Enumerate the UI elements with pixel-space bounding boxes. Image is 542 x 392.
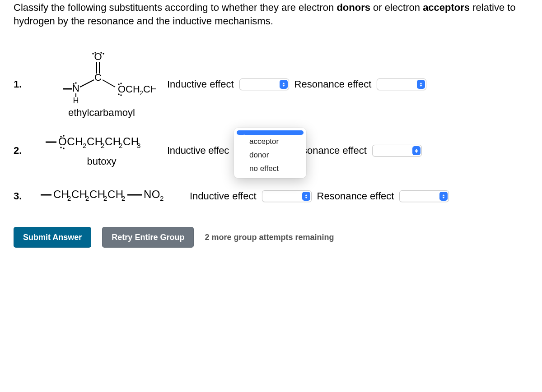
svg-point-1 [92,53,93,55]
svg-point-28 [60,147,61,148]
stepper-icon [302,192,310,201]
svg-text:2: 2 [83,142,87,149]
svg-text:H: H [73,96,79,104]
svg-text:2: 2 [101,142,105,149]
svg-text:3: 3 [137,142,141,149]
dropdown-option-no-effect[interactable]: no effect [237,162,304,175]
svg-point-22 [118,94,119,95]
dropdown-menu[interactable]: acceptor donor no effect [234,128,306,178]
stepper-icon [439,192,448,201]
svg-point-27 [63,135,64,137]
item-number: 2. [14,145,36,157]
svg-text:OCH: OCH [58,135,83,148]
submit-button[interactable]: Submit Answer [14,227,91,248]
svg-point-4 [103,53,104,55]
dropdown-option-donor[interactable]: donor [237,148,304,162]
item-number: 1. [14,78,36,90]
substituent-row-3: 3. CH 2 CH 2 CH 2 CH 2 NO 2 [14,183,528,210]
dropdown-option-blank[interactable] [237,130,304,135]
substituent-name: butoxy [36,156,167,167]
svg-point-12 [75,83,76,84]
svg-point-21 [120,83,121,84]
svg-point-26 [60,136,61,138]
svg-point-20 [118,84,119,85]
resonance-select-3[interactable] [399,190,449,202]
inductive-select-3[interactable] [262,190,312,202]
structure-nitrobutyl: CH 2 CH 2 CH 2 CH 2 NO 2 [36,187,190,205]
svg-text:NO: NO [144,188,160,200]
svg-text:2: 2 [160,194,164,202]
structure-butoxy: OCH 2 CH 2 CH 2 CH 3 [36,134,167,153]
inductive-label: Inductive effect [190,190,257,202]
svg-text:2: 2 [103,194,107,202]
svg-line-8 [80,80,94,87]
retry-button[interactable]: Retry Entire Group [102,227,194,248]
svg-text:2: 2 [119,142,123,149]
inductive-label: Inductive effec [167,145,229,157]
resonance-select-2[interactable] [372,145,422,157]
svg-text:2: 2 [67,194,71,202]
resonance-label: Resonance effect [294,78,372,90]
dropdown-option-acceptor[interactable]: acceptor [237,135,304,148]
stepper-icon [417,80,425,89]
svg-point-2 [94,52,96,54]
prompt-text-2: or electron [370,2,423,13]
substituent-name: ethylcarbamoyl [36,107,167,119]
button-row: Submit Answer Retry Entire Group 2 more … [14,227,528,248]
prompt-text-1: Classify the following substituents acco… [14,2,336,13]
prompt-bold-1: donors [336,2,370,13]
question-prompt: Classify the following substituents acco… [14,1,528,28]
substituent-row-1: 1. O C [14,50,528,119]
substituent-row-2: 2. OCH 2 CH 2 CH 2 CH 3 [14,130,528,171]
stepper-icon [412,146,421,155]
svg-text:2: 2 [85,194,89,202]
prompt-bold-2: acceptors [423,2,470,13]
item-number: 3. [14,190,36,202]
resonance-select-1[interactable] [377,78,426,90]
svg-text:CH: CH [143,83,156,95]
svg-text:OCH: OCH [118,83,140,95]
attempts-remaining: 2 more group attempts remaining [205,233,334,242]
stepper-icon [280,80,288,89]
svg-point-23 [120,95,121,96]
svg-text:C: C [94,72,102,83]
svg-text:2: 2 [121,194,126,202]
inductive-label: Inductive effect [167,78,234,90]
svg-point-11 [73,83,74,85]
resonance-label: Resonance effect [317,190,394,202]
svg-point-29 [63,148,64,149]
inductive-select-1[interactable] [239,78,289,90]
structure-ethylcarbamoyl: O C N [36,50,167,104]
svg-point-3 [100,52,102,54]
svg-text:2: 2 [140,89,143,97]
svg-line-15 [103,80,115,87]
